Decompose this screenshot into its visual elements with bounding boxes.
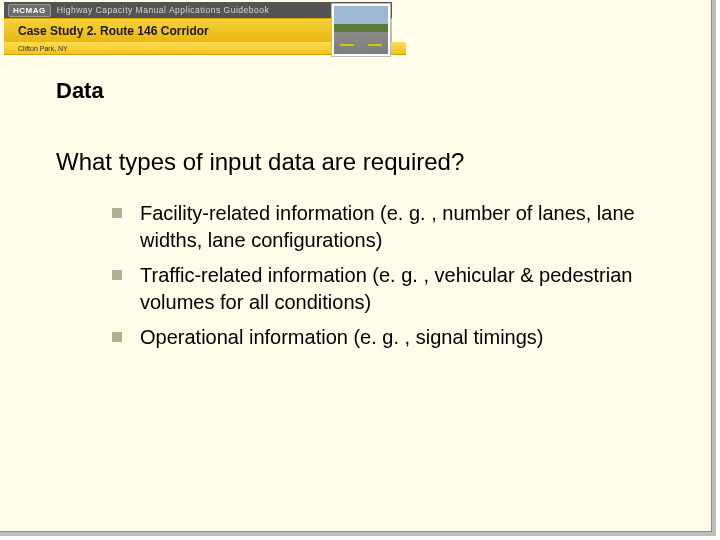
bullet-text: Facility-related information (e. g. , nu… — [140, 200, 641, 254]
banner-top-text: Highway Capacity Manual Applications Gui… — [57, 5, 269, 15]
bullet-list: Facility-related information (e. g. , nu… — [112, 200, 641, 359]
square-bullet-icon — [112, 208, 122, 218]
slide-inner: HCMAG Highway Capacity Manual Applicatio… — [0, 0, 712, 532]
slide-subtitle: What types of input data are required? — [56, 148, 464, 176]
header-banner: HCMAG Highway Capacity Manual Applicatio… — [4, 2, 392, 58]
slide: HCMAG Highway Capacity Manual Applicatio… — [0, 0, 716, 536]
square-bullet-icon — [112, 270, 122, 280]
list-item: Facility-related information (e. g. , nu… — [112, 200, 641, 254]
road-thumbnail — [332, 4, 390, 56]
banner-location: Clifton Park, NY — [18, 45, 68, 52]
bullet-text: Operational information (e. g. , signal … — [140, 324, 544, 351]
list-item: Traffic-related information (e. g. , veh… — [112, 262, 641, 316]
square-bullet-icon — [112, 332, 122, 342]
list-item: Operational information (e. g. , signal … — [112, 324, 641, 351]
slide-title: Data — [56, 78, 104, 104]
hcmag-logo: HCMAG — [8, 4, 51, 17]
bullet-text: Traffic-related information (e. g. , veh… — [140, 262, 641, 316]
case-study-title: Case Study 2. Route 146 Corridor — [18, 24, 209, 38]
